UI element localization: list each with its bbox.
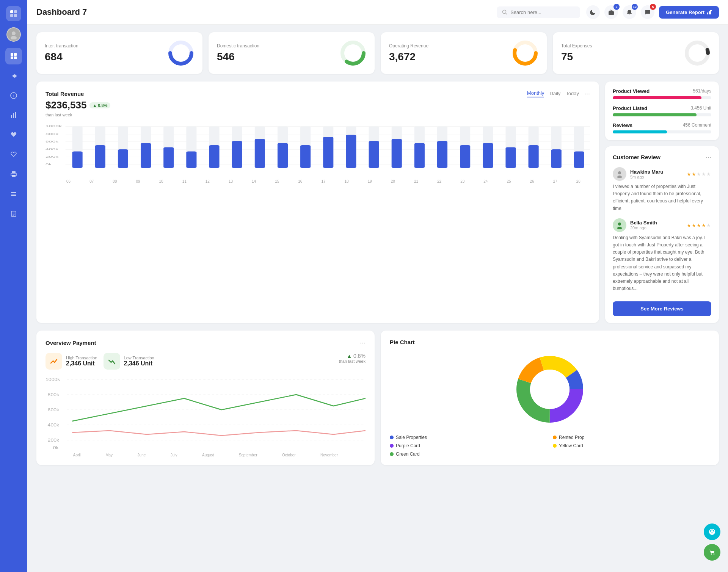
reviewer-time-0: 5m ago xyxy=(630,175,663,179)
tab-today[interactable]: Today xyxy=(566,91,579,97)
avatar[interactable] xyxy=(6,27,21,42)
high-txn-value: 2,346 Unit xyxy=(66,360,97,367)
header: Dashboard 7 2 12 5 Generate Report xyxy=(27,0,728,25)
transaction-badges: High Transaction 2,346 Unit Low Transact… xyxy=(46,353,366,370)
sidebar-item-analytics[interactable] xyxy=(5,107,22,124)
cart-float-btn[interactable] xyxy=(704,544,720,561)
svg-rect-65 xyxy=(209,145,219,168)
search-bar[interactable] xyxy=(497,6,580,18)
svg-text:200k: 200k xyxy=(48,438,60,442)
metric-product-listed: Product Listed 3,456 Unit xyxy=(613,105,711,116)
review-item-0: Hawkins Maru 5m ago ★★★★★ I viewed a num… xyxy=(613,167,711,212)
payment-header: Overview Payment ··· xyxy=(46,339,366,347)
stars-0: ★★★★★ xyxy=(687,171,711,177)
bell-badge: 12 xyxy=(632,4,638,10)
svg-rect-75 xyxy=(323,137,333,168)
svg-rect-95 xyxy=(551,149,562,168)
low-txn-label: Low Transaction xyxy=(124,356,154,360)
pie-legend: Sale Properties Rented Prop Purple Card … xyxy=(390,435,710,457)
svg-rect-89 xyxy=(483,143,493,168)
donut-domestic xyxy=(340,40,366,66)
svg-text:i: i xyxy=(13,94,14,98)
stat-cards-row: Inter. transaction 684 Domestic transact… xyxy=(36,32,719,74)
reviewer-avatar-1 xyxy=(613,218,626,232)
tab-monthly[interactable]: Monthly xyxy=(527,90,544,97)
donut-inter xyxy=(168,40,194,66)
svg-rect-73 xyxy=(300,145,311,168)
svg-text:1000k: 1000k xyxy=(46,378,60,382)
stat-label-expenses: Total Expenses xyxy=(561,43,592,49)
sidebar-item-print[interactable] xyxy=(5,166,22,183)
sidebar-item-likes[interactable] xyxy=(5,146,22,163)
stat-label-domestic: Domestic transaction xyxy=(217,43,259,49)
svg-rect-20 xyxy=(11,195,16,196)
sidebar-item-info[interactable]: i xyxy=(5,87,22,104)
pie-chart-visual xyxy=(390,351,710,427)
metric-reviews: Reviews 456 Comment xyxy=(613,122,711,133)
chat-icon-btn[interactable]: 5 xyxy=(641,5,654,19)
revenue-title: Total Revenue xyxy=(46,91,84,97)
svg-line-26 xyxy=(506,13,507,15)
svg-point-98 xyxy=(618,171,621,174)
low-transaction-badge: Low Transaction 2,346 Unit xyxy=(104,353,154,370)
tab-daily[interactable]: Daily xyxy=(549,91,560,97)
review-header: Customer Review ··· xyxy=(613,153,711,161)
svg-rect-29 xyxy=(707,13,708,14)
sidebar-logo[interactable] xyxy=(6,6,21,21)
generate-report-button[interactable]: Generate Report xyxy=(659,6,719,19)
payment-card: Overview Payment ··· High Transaction 2,… xyxy=(36,331,375,465)
reviewer-name-0: Hawkins Maru xyxy=(630,169,663,175)
metrics-card: Product Viewed 561/days Product Listed 3… xyxy=(605,81,719,140)
search-input[interactable] xyxy=(510,9,567,15)
middle-row: Total Revenue Monthly Daily Today ··· $2… xyxy=(36,81,719,323)
high-txn-icon xyxy=(46,353,62,370)
review-more-btn[interactable]: ··· xyxy=(706,153,711,161)
stat-value-inter: 684 xyxy=(45,51,78,63)
payment-more-btn[interactable]: ··· xyxy=(360,339,366,347)
svg-point-118 xyxy=(530,370,570,409)
stat-card-domestic: Domestic transaction 546 xyxy=(209,32,375,74)
legend-sale-properties: Sale Properties xyxy=(390,435,547,440)
search-icon xyxy=(502,9,507,15)
svg-rect-30 xyxy=(709,11,710,14)
moon-icon-btn[interactable] xyxy=(586,5,600,19)
sidebar-item-dashboard[interactable] xyxy=(5,48,22,64)
sidebar-item-favorites[interactable] xyxy=(5,127,22,143)
svg-rect-55 xyxy=(95,145,105,168)
revenue-tabs: Monthly Daily Today ··· xyxy=(527,90,590,98)
bell-icon-btn[interactable]: 12 xyxy=(623,5,636,19)
see-more-reviews-button[interactable]: See More Reviews xyxy=(613,301,711,316)
bottom-row: Overview Payment ··· High Transaction 2,… xyxy=(36,331,719,465)
support-float-btn[interactable] xyxy=(704,523,720,540)
donut-expenses xyxy=(684,40,711,66)
sidebar-item-settings[interactable] xyxy=(5,67,22,84)
review-title: Customer Review xyxy=(613,154,661,160)
legend-yellow-card: Yellow Card xyxy=(553,443,710,448)
gift-icon-btn[interactable]: 2 xyxy=(604,5,618,19)
sidebar: i xyxy=(0,0,27,572)
revenue-change-badge: ▲0.8% xyxy=(89,102,110,108)
right-panel: Product Viewed 561/days Product Listed 3… xyxy=(605,81,719,323)
svg-text:1000k: 1000k xyxy=(46,125,62,128)
svg-rect-85 xyxy=(437,141,447,168)
svg-rect-23 xyxy=(13,214,15,215)
revenue-more-btn[interactable]: ··· xyxy=(584,90,590,98)
svg-text:0k: 0k xyxy=(53,446,59,450)
svg-text:400k: 400k xyxy=(46,147,59,151)
low-txn-icon xyxy=(104,353,120,370)
main-content: Dashboard 7 2 12 5 Generate Report xyxy=(27,0,728,572)
svg-rect-83 xyxy=(414,143,425,168)
review-card: Customer Review ··· Hawkins Maru 5m ago xyxy=(605,146,719,323)
line-x-labels: AprilMayJuneJulyAugustSeptemberOctoberNo… xyxy=(46,453,366,457)
legend-green-card: Green Card xyxy=(390,451,547,457)
sidebar-item-reports[interactable] xyxy=(5,205,22,222)
svg-rect-6 xyxy=(11,53,13,56)
sidebar-item-menu[interactable] xyxy=(5,186,22,202)
svg-rect-87 xyxy=(460,145,470,168)
svg-rect-13 xyxy=(13,113,14,118)
stat-label-revenue: Operating Revenue xyxy=(389,43,428,49)
svg-text:600k: 600k xyxy=(48,408,60,412)
svg-text:800k: 800k xyxy=(48,393,60,397)
svg-rect-71 xyxy=(278,143,288,168)
revenue-header: Total Revenue Monthly Daily Today ··· xyxy=(46,90,590,98)
